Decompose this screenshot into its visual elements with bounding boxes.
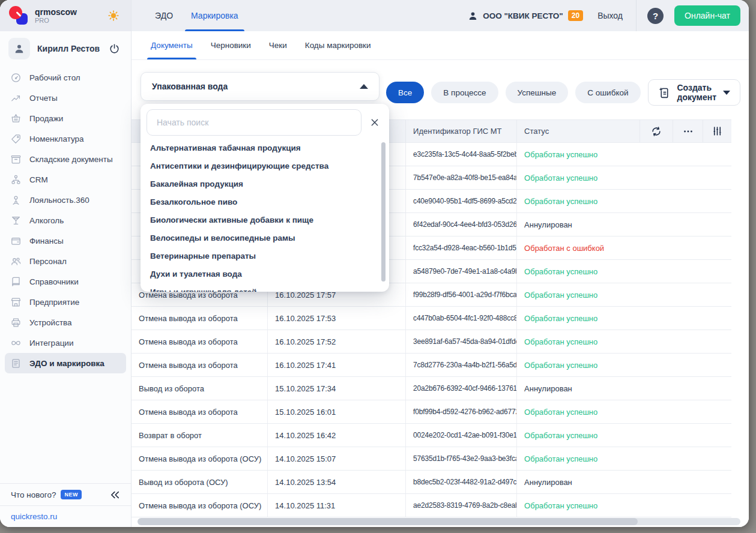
sidebar-item-edo-marking[interactable]: ЭДО и маркировка [5, 353, 126, 373]
sidebar-item-sales[interactable]: Продажи [5, 108, 126, 128]
cell-status: Обработан успешно [517, 166, 640, 189]
cell-status: Обработан с ошибкой [517, 236, 640, 259]
subtab-documents[interactable]: Документы [151, 31, 193, 59]
horizontal-scrollbar[interactable] [138, 518, 740, 525]
cell-date: 14.10.2025 11:31 [268, 494, 406, 517]
brand-name: qrmoscow [35, 7, 77, 17]
logout-link[interactable]: Выход [597, 11, 623, 20]
sidebar-item-alcohol[interactable]: Алкоголь [5, 210, 126, 230]
cell-gis-id: 7b547e0e-a82a-40f8-be15-ea84ab9... [406, 166, 517, 189]
cell-document-type: Возврат в оборот [132, 424, 268, 447]
collapse-sidebar-icon[interactable] [110, 490, 120, 500]
people-icon [10, 256, 22, 267]
subtab-marking-codes[interactable]: Коды маркировки [305, 31, 371, 59]
logout-power-icon[interactable] [109, 43, 120, 55]
section-tabs: Документы Черновики Чеки Коды маркировки [132, 31, 749, 60]
dropdown-option[interactable]: Игры и игрушки для детей [141, 283, 389, 292]
quickresto-logo-icon [8, 5, 29, 26]
dropdown-option[interactable]: Духи и туалетная вода [141, 265, 389, 283]
clear-search-icon[interactable] [367, 115, 382, 130]
table-row[interactable]: Вывод из оборота 15.10.2025 17:34 20a2b6… [132, 377, 731, 400]
chevron-down-icon [723, 91, 730, 95]
dropdown-search-input[interactable] [147, 109, 361, 136]
app-window: qrmoscow PRO Кирилл Рестов Рабочий стол [0, 0, 749, 527]
cell-gis-id: 7c8d2776-230a-4a4b-b2f1-56a5d89... [406, 354, 517, 376]
organization-switcher[interactable]: ООО "КВИК РЕСТО" 20 [468, 10, 583, 21]
dropdown-scrollbar[interactable] [381, 142, 386, 282]
subtab-drafts[interactable]: Черновики [211, 31, 251, 59]
help-icon[interactable]: ? [647, 8, 664, 24]
sidebar-item-dashboard[interactable]: Рабочий стол [5, 67, 126, 88]
more-actions-icon[interactable] [673, 120, 703, 142]
product-group-select[interactable]: Упакованная вода [141, 72, 380, 101]
sidebar-item-reference[interactable]: Справочники [5, 271, 126, 292]
dropdown-option[interactable]: Велосипеды и велосипедные рамы [141, 229, 389, 247]
sidebar-item-warehouse-docs[interactable]: Складские документы [5, 149, 126, 169]
table-row[interactable]: Отмена вывода из оборота 16.10.2025 17:5… [132, 330, 731, 354]
cell-date: 16.10.2025 17:53 [268, 307, 406, 330]
infinity-icon [10, 337, 22, 349]
table-row[interactable]: Вывод из оборота (ОСУ) 14.10.2025 13:54 … [132, 471, 731, 494]
sidebar-item-crm[interactable]: CRM [5, 169, 126, 190]
selected-product-group: Упакованная вода [152, 82, 228, 91]
cell-gis-id: fcc32a54-d928-4eac-b560-1b1d5b0... [406, 236, 517, 259]
table-row[interactable]: Отмена вывода из оборота 16.10.2025 17:5… [132, 307, 731, 330]
reports-icon [10, 92, 22, 104]
dropdown-option[interactable]: Антисептики и дезинфицирующие средства [141, 157, 389, 175]
cell-status: Обработан успешно [517, 494, 640, 517]
sidebar-item-enterprise[interactable]: Предприятие [5, 292, 126, 312]
table-row[interactable]: Отмена вывода из оборота (ОСУ) 14.10.202… [132, 494, 731, 517]
new-badge: NEW [61, 490, 82, 499]
user-row[interactable]: Кирилл Рестов [0, 31, 131, 66]
person-icon [468, 11, 478, 21]
quickresto-site-link[interactable]: quickresto.ru [11, 512, 57, 521]
tab-marking[interactable]: Маркировка [190, 0, 240, 31]
tab-edo[interactable]: ЭДО [154, 0, 174, 31]
column-settings-icon[interactable] [703, 120, 731, 142]
dropdown-option[interactable]: Альтернативная табачная продукция [141, 139, 389, 157]
theme-toggle-sun-icon[interactable] [107, 9, 120, 22]
refresh-icon[interactable] [640, 120, 673, 142]
tag-icon [10, 133, 22, 145]
cell-gis-id: 3ee891af-6a57-45da-8a94-01dfdea... [406, 330, 517, 353]
dropdown-option[interactable]: Бакалейная продукция [141, 175, 389, 193]
sidebar-footer: Что нового? NEW quickresto.ru [0, 483, 131, 527]
online-chat-button[interactable]: Онлайн-чат [674, 5, 740, 26]
create-document-button[interactable]: Создать документ [648, 79, 741, 106]
table-row[interactable]: Возврат в оборот 14.10.2025 16:42 0024e2… [132, 424, 731, 447]
table-row[interactable]: Отмена вывода из оборота 15.10.2025 16:0… [132, 400, 731, 424]
dropdown-option[interactable]: Безалкогольное пиво [141, 193, 389, 211]
dropdown-option[interactable]: Биологически активные добавки к пище [141, 211, 389, 229]
filter-chip-successful[interactable]: Успешные [506, 82, 569, 103]
cell-document-type: Отмена вывода из оборота [132, 354, 268, 376]
cell-status: Обработан успешно [517, 307, 640, 330]
organization-name: ООО "КВИК РЕСТО" [483, 11, 563, 20]
sidebar-item-staff[interactable]: Персонал [5, 251, 126, 271]
table-row[interactable]: Отмена вывода из оборота (ОСУ) 14.10.202… [132, 447, 731, 471]
cell-date: 14.10.2025 15:07 [268, 447, 406, 470]
cell-status: Обработан успешно [517, 447, 640, 470]
sidebar-item-finance[interactable]: Финансы [5, 230, 126, 251]
dropdown-option[interactable]: Ветеринарные препараты [141, 247, 389, 265]
sidebar-item-reports[interactable]: Отчеты [5, 88, 126, 108]
sidebar-item-loyalty[interactable]: Лояльность.360 [5, 190, 126, 210]
printer-icon [10, 317, 22, 328]
filter-chip-in-progress[interactable]: В процессе [431, 82, 498, 103]
subtab-receipts[interactable]: Чеки [269, 31, 287, 59]
book-icon [10, 276, 22, 288]
table-row[interactable]: Отмена вывода из оборота 16.10.2025 17:4… [132, 354, 731, 377]
cell-status: Обработан успешно [517, 283, 640, 306]
sidebar-item-devices[interactable]: Устройства [5, 312, 126, 333]
whats-new-link[interactable]: Что нового? [11, 490, 56, 499]
document-icon [10, 358, 22, 369]
cell-date: 15.10.2025 16:01 [268, 400, 406, 423]
sidebar-item-nomenclature[interactable]: Номенклатура [5, 128, 126, 149]
cell-gis-id: f0bf99b4-d592-4276-b962-ad67723... [406, 400, 517, 423]
sidebar-item-integrations[interactable]: Интеграции [5, 333, 126, 353]
filter-chip-with-error[interactable]: С ошибкой [575, 82, 640, 103]
cell-document-type: Отмена вывода из оборота [132, 400, 268, 423]
brand-plan: PRO [35, 17, 77, 25]
filter-chip-all[interactable]: Все [386, 82, 424, 103]
header-divider [636, 0, 637, 31]
cell-status: Обработан успешно [517, 190, 640, 212]
